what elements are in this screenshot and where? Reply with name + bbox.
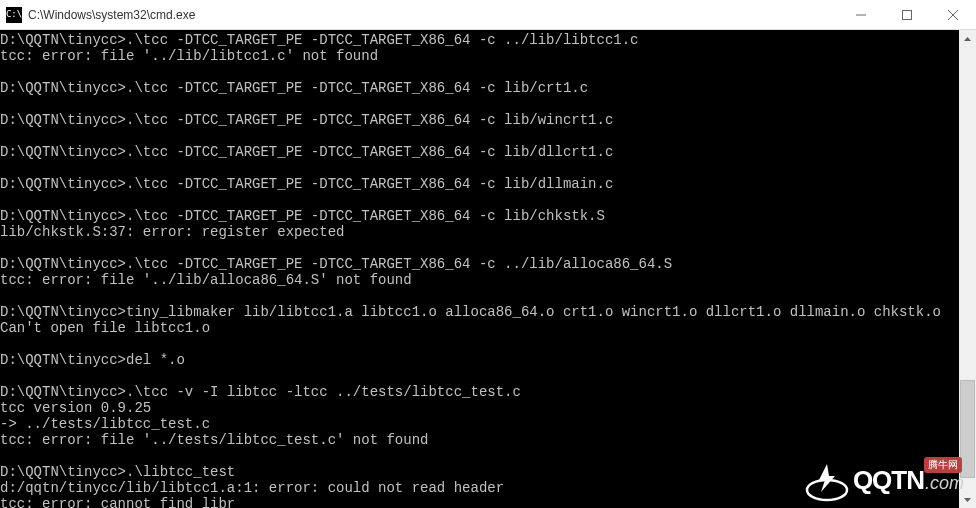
terminal-line: d:/qqtn/tinycc/lib/libtcc1.a:1: error: c… bbox=[0, 480, 959, 496]
maximize-button[interactable] bbox=[884, 0, 930, 29]
terminal-line bbox=[0, 160, 959, 176]
terminal-output[interactable]: D:\QQTN\tinycc>.\tcc -DTCC_TARGET_PE -DT… bbox=[0, 30, 959, 508]
terminal-line: D:\QQTN\tinycc>.\tcc -DTCC_TARGET_PE -DT… bbox=[0, 208, 959, 224]
vertical-scrollbar[interactable] bbox=[959, 30, 976, 508]
window-title: C:\Windows\system32\cmd.exe bbox=[28, 8, 838, 22]
terminal-line: tcc version 0.9.25 bbox=[0, 400, 959, 416]
scrollbar-track[interactable] bbox=[959, 47, 976, 491]
terminal-line bbox=[0, 288, 959, 304]
scroll-down-button[interactable] bbox=[959, 491, 976, 508]
terminal-area: D:\QQTN\tinycc>.\tcc -DTCC_TARGET_PE -DT… bbox=[0, 30, 976, 508]
titlebar: C:\ C:\Windows\system32\cmd.exe bbox=[0, 0, 976, 30]
terminal-line: -> ../tests/libtcc_test.c bbox=[0, 416, 959, 432]
terminal-line: D:\QQTN\tinycc>del *.o bbox=[0, 352, 959, 368]
terminal-line: tcc: error: file '../lib/libtcc1.c' not … bbox=[0, 48, 959, 64]
minimize-button[interactable] bbox=[838, 0, 884, 29]
window-controls bbox=[838, 0, 976, 29]
svg-rect-1 bbox=[903, 10, 912, 19]
terminal-line bbox=[0, 64, 959, 80]
terminal-line: Can't open file libtcc1.o bbox=[0, 320, 959, 336]
terminal-line: tcc: error: file '../lib/alloca86_64.S' … bbox=[0, 272, 959, 288]
terminal-line: D:\QQTN\tinycc>.\tcc -v -I libtcc -ltcc … bbox=[0, 384, 959, 400]
terminal-line: D:\QQTN\tinycc>.\tcc -DTCC_TARGET_PE -DT… bbox=[0, 144, 959, 160]
scroll-up-button[interactable] bbox=[959, 30, 976, 47]
terminal-line: D:\QQTN\tinycc>.\tcc -DTCC_TARGET_PE -DT… bbox=[0, 176, 959, 192]
terminal-line: tcc: error: file '../tests/libtcc_test.c… bbox=[0, 432, 959, 448]
terminal-line bbox=[0, 368, 959, 384]
terminal-line bbox=[0, 128, 959, 144]
terminal-line bbox=[0, 96, 959, 112]
svg-marker-5 bbox=[964, 498, 971, 502]
terminal-line bbox=[0, 448, 959, 464]
terminal-line: D:\QQTN\tinycc>.\tcc -DTCC_TARGET_PE -DT… bbox=[0, 80, 959, 96]
terminal-line: tcc: error: cannot find libr bbox=[0, 496, 959, 508]
svg-marker-4 bbox=[964, 37, 971, 41]
terminal-line: D:\QQTN\tinycc>.\tcc -DTCC_TARGET_PE -DT… bbox=[0, 112, 959, 128]
scrollbar-thumb[interactable] bbox=[960, 380, 975, 478]
terminal-line: D:\QQTN\tinycc>tiny_libmaker lib/libtcc1… bbox=[0, 304, 959, 320]
terminal-line: D:\QQTN\tinycc>.\tcc -DTCC_TARGET_PE -DT… bbox=[0, 32, 959, 48]
terminal-line: lib/chkstk.S:37: error: register expecte… bbox=[0, 224, 959, 240]
terminal-line: D:\QQTN\tinycc>.\libtcc_test bbox=[0, 464, 959, 480]
close-button[interactable] bbox=[930, 0, 976, 29]
terminal-line bbox=[0, 240, 959, 256]
terminal-line bbox=[0, 336, 959, 352]
cmd-icon: C:\ bbox=[6, 7, 22, 23]
terminal-line bbox=[0, 192, 959, 208]
terminal-line: D:\QQTN\tinycc>.\tcc -DTCC_TARGET_PE -DT… bbox=[0, 256, 959, 272]
